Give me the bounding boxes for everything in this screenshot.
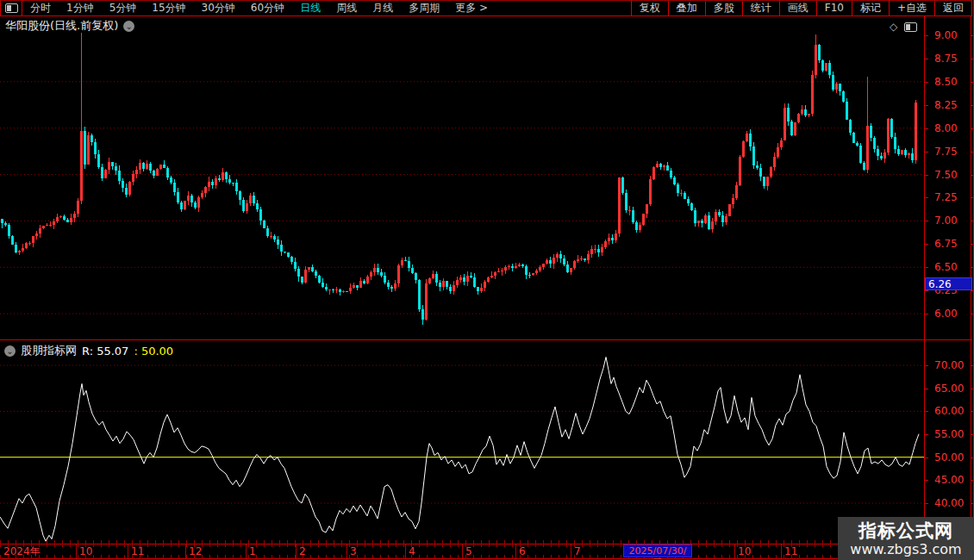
chevron-down-icon[interactable]: ⌄	[123, 21, 134, 32]
timeline-month-divider	[185, 544, 186, 558]
candle-body	[794, 122, 796, 135]
timeline-minor-tick	[272, 555, 272, 559]
toolbar-button-叠加[interactable]: 叠加	[668, 1, 705, 16]
price-axis-tick	[971, 221, 974, 221]
candle-body	[204, 187, 207, 193]
toolbar-button-F10[interactable]: F10	[816, 1, 852, 16]
candle-body	[211, 182, 214, 185]
timeline-minor-tick	[326, 555, 327, 559]
candle-body	[577, 259, 579, 261]
timeline-minor-tick	[559, 540, 559, 547]
candle-body	[370, 272, 372, 277]
timeline-minor-tick	[155, 555, 156, 559]
timeline-minor-tick	[450, 555, 451, 559]
timeline-minor-tick	[768, 540, 769, 547]
timeframe-tab-15分钟[interactable]: 15分钟	[144, 1, 193, 16]
timeline-minor-tick	[380, 555, 381, 559]
candle-body	[508, 266, 510, 267]
chart-title: 华阳股份(日线.前复权)	[5, 18, 118, 34]
candle-body	[808, 114, 810, 115]
candle-body	[890, 119, 893, 137]
timeline-minor-tick	[512, 540, 513, 547]
timeframe-tab-更多 >[interactable]: 更多 >	[447, 1, 496, 16]
candle-wick	[578, 255, 578, 263]
candle-body	[594, 249, 596, 250]
timeline-minor-tick	[279, 540, 280, 547]
candle-body	[66, 220, 69, 222]
split-window-button[interactable]	[0, 1, 22, 16]
candle-body	[235, 183, 238, 191]
timeline-minor-tick	[543, 540, 544, 547]
candle-body	[8, 225, 10, 236]
diamond-icon[interactable]: ◇	[890, 21, 897, 33]
price-axis-label-9.00: 9.00	[934, 28, 972, 42]
timeframe-tab-月线[interactable]: 月线	[365, 1, 401, 16]
candle-body	[821, 60, 824, 71]
timeframe-tab-30分钟[interactable]: 30分钟	[194, 1, 243, 16]
candle-body	[535, 271, 538, 273]
candle-body	[839, 84, 841, 91]
candle-body	[56, 217, 59, 221]
candle-body	[77, 201, 79, 214]
timeframe-tab-60分钟[interactable]: 60分钟	[243, 1, 292, 16]
timeline-minor-tick	[163, 555, 164, 559]
timeframe-tab-5分钟[interactable]: 5分钟	[102, 1, 145, 16]
candle-body	[408, 261, 410, 268]
candle-body	[715, 212, 717, 221]
toolbar-button-多股[interactable]: 多股	[705, 1, 742, 16]
candle-body	[394, 283, 396, 289]
toolbar-button-返回[interactable]: 返回	[934, 1, 972, 16]
price-axis-tick	[971, 152, 974, 152]
timeframe-tab-多周期[interactable]: 多周期	[401, 1, 447, 16]
candle-body	[128, 182, 131, 195]
chevron-down-icon[interactable]: ⌄	[4, 345, 16, 357]
candle-body	[818, 45, 821, 60]
candle-body	[697, 221, 700, 223]
candle-body	[463, 277, 465, 282]
candle-body	[659, 164, 662, 167]
indicator-axis-tick	[924, 365, 928, 366]
candle-body	[759, 168, 762, 177]
candle-body	[387, 283, 390, 287]
timeline-month-divider	[76, 544, 77, 558]
candle-body	[353, 285, 355, 288]
candle-body	[249, 196, 252, 203]
candle-body	[728, 204, 731, 216]
candle-body	[101, 167, 103, 178]
candle-body	[349, 288, 352, 291]
toolbar-button-标记[interactable]: 标记	[852, 1, 889, 16]
candle-body	[694, 210, 696, 223]
timeline-minor-tick	[279, 555, 280, 559]
candle-body	[708, 215, 710, 229]
timeframe-tab-日线[interactable]: 日线	[292, 1, 328, 16]
candle-body	[532, 273, 534, 275]
timeline-minor-tick	[365, 555, 365, 559]
candle-body	[135, 170, 138, 174]
toolbar-button-+自选[interactable]: +自选	[889, 1, 934, 16]
timeline-minor-tick	[473, 555, 474, 559]
timeline-minor-tick	[186, 555, 187, 559]
candle-body	[587, 254, 590, 260]
candle-body	[315, 271, 317, 276]
timeframe-tab-分时[interactable]: 分时	[22, 1, 59, 16]
timeline-minor-tick	[621, 555, 621, 559]
timeline-minor-tick	[0, 540, 1, 547]
toolbar-button-画线[interactable]: 画线	[779, 1, 816, 16]
timeline-minor-tick	[535, 555, 536, 559]
candle-body	[542, 264, 545, 267]
price-axis-tick	[924, 105, 928, 106]
indicator-axis-label-55.00: 55.00	[934, 427, 972, 441]
price-axis-tick	[971, 244, 974, 245]
timeframe-tab-周线[interactable]: 周线	[328, 1, 365, 16]
toolbar-button-统计[interactable]: 统计	[742, 1, 779, 16]
candle-body	[859, 146, 862, 163]
candle-body	[849, 120, 852, 133]
timeframe-tab-1分钟[interactable]: 1分钟	[59, 1, 102, 16]
toolbar-button-复权[interactable]: 复权	[631, 1, 668, 16]
indicator-canvas[interactable]	[0, 340, 924, 544]
candlestick-canvas[interactable]	[0, 16, 924, 339]
candle-body	[187, 196, 190, 201]
split-window-icon[interactable]	[904, 22, 917, 32]
candle-body	[690, 203, 693, 210]
timeline-minor-tick	[178, 555, 179, 559]
